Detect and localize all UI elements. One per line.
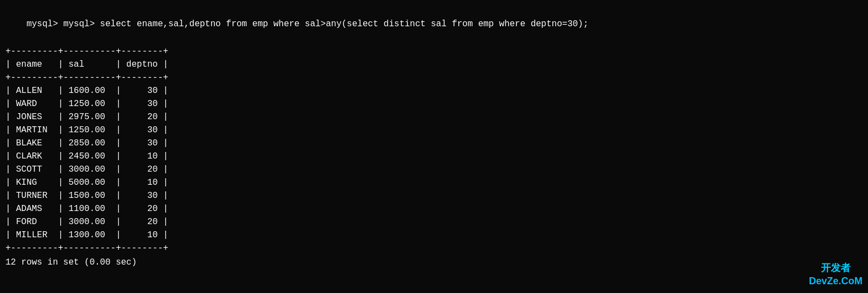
table-row: | WARD | 1250.00 | 30 | — [5, 97, 863, 110]
table-row: | KING | 5000.00 | 10 | — [5, 176, 863, 189]
table-row: | ADAMS | 1100.00 | 20 | — [5, 202, 863, 215]
table-body: | ALLEN | 1600.00 | 30 || WARD | 1250.00… — [5, 84, 863, 242]
table-border-mid: +---------+----------+--------+ — [5, 71, 863, 84]
watermark-line2: DevZe.CoM — [809, 275, 863, 288]
table-row: | JONES | 2975.00 | 20 | — [5, 110, 863, 124]
result-summary: 12 rows in set (0.00 sec) — [5, 256, 863, 269]
table-row: | BLAKE | 2850.00 | 30 | — [5, 137, 863, 150]
watermark-line1: 开发者 — [809, 262, 863, 274]
table-row: | CLARK | 2450.00 | 10 | — [5, 150, 863, 163]
table-row: | MILLER | 1300.00 | 10 | — [5, 228, 863, 242]
table-row: | TURNER | 1500.00 | 30 | — [5, 189, 863, 202]
mysql-prompt: mysql> — [26, 19, 63, 29]
terminal-window: mysql> mysql> select ename,sal,deptno fr… — [0, 0, 868, 273]
table-border-top: +---------+----------+--------+ — [5, 45, 863, 58]
table-border-bottom: +---------+----------+--------+ — [5, 242, 863, 255]
table-row: | FORD | 3000.00 | 20 | — [5, 215, 863, 228]
table-row: | SCOTT | 3000.00 | 20 | — [5, 163, 863, 176]
table-header: | ename | sal | deptno | — [5, 58, 863, 71]
table-row: | ALLEN | 1600.00 | 30 | — [5, 84, 863, 97]
sql-command-line: mysql> mysql> select ename,sal,deptno fr… — [5, 4, 863, 44]
watermark: 开发者 DevZe.CoM — [809, 262, 863, 288]
sql-text: mysql> select ename,sal,deptno from emp … — [63, 19, 589, 29]
table-row: | MARTIN | 1250.00 | 30 | — [5, 124, 863, 137]
